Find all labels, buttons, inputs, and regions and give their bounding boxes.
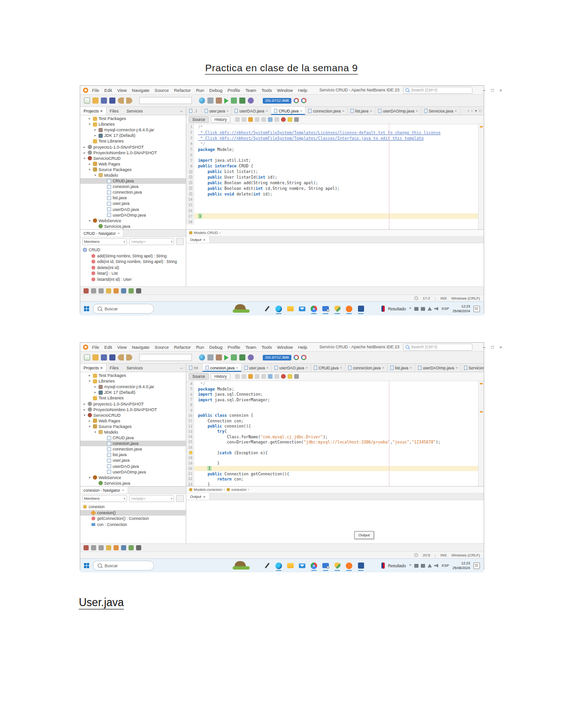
window-control-button[interactable]: × [499, 345, 502, 350]
redo-icon[interactable] [126, 98, 132, 104]
debug-project-icon[interactable] [239, 98, 245, 104]
tray-battery-icon[interactable] [414, 564, 418, 568]
editor-tab[interactable]: CRUD.java× [271, 107, 305, 115]
expand-arrow-icon[interactable]: ▸ [88, 419, 91, 423]
tree-item[interactable]: Servicios.java [80, 224, 186, 229]
editor-tab[interactable]: connection.java× [305, 107, 348, 115]
code-editor[interactable]: 4 */ 5 package Modelo; 6 import java.sql… [186, 381, 484, 486]
navigator-item[interactable]: conexion() [80, 510, 186, 516]
code-editor[interactable]: 1 /* 2 * Click nbfs://nbhost/SystemFileS… [186, 124, 484, 229]
edge-icon[interactable] [274, 560, 284, 571]
editor-tab[interactable]: list.java× [388, 364, 415, 372]
navigator-item[interactable]: con : Connection [80, 522, 186, 528]
expand-arrow-icon[interactable]: ▾ [88, 476, 91, 480]
tree-item[interactable]: ▾ ServicioCRUD [80, 156, 186, 161]
tree-item[interactable]: ▸ mysql-connector-j-8.4.0.jar [80, 384, 186, 390]
source-view-button[interactable]: Source [189, 116, 209, 123]
close-tab-icon[interactable]: × [227, 109, 229, 113]
clean-build-icon[interactable] [216, 98, 222, 104]
close-tab-icon[interactable]: × [300, 109, 302, 113]
editor-tab[interactable]: user.java× [242, 364, 272, 372]
explorer-tab[interactable]: Files [107, 107, 123, 115]
xampp-icon[interactable] [344, 303, 354, 315]
build-project-icon[interactable] [207, 354, 213, 360]
close-tab-icon[interactable]: × [236, 366, 238, 370]
tray-wifi-icon[interactable] [427, 564, 432, 568]
undo-icon[interactable] [118, 354, 124, 360]
edge-icon[interactable] [274, 303, 284, 315]
tree-item[interactable]: user.java [80, 201, 186, 206]
explorer-tab[interactable]: Services [123, 107, 148, 115]
save-all-icon[interactable] [101, 98, 107, 104]
deploy-icon[interactable] [199, 98, 205, 104]
editor-tab[interactable]: userDAO.java× [232, 107, 271, 115]
tray-monitor-icon[interactable] [421, 307, 425, 311]
sort-icon[interactable] [176, 238, 184, 245]
expand-arrow-icon[interactable]: ▾ [83, 157, 86, 160]
close-tab-icon[interactable]: × [410, 366, 412, 370]
members-combobox[interactable]: Members▾ [82, 495, 127, 502]
start-button[interactable] [84, 306, 89, 311]
tree-item[interactable]: ▸ Test Packages [80, 373, 186, 378]
menu-item[interactable]: Navigate [132, 88, 150, 93]
expand-arrow-icon[interactable]: ▸ [88, 374, 91, 377]
forward-icon[interactable] [248, 374, 253, 379]
navigator-item[interactable]: CRUD [80, 247, 186, 253]
tree-item[interactable]: ▸ proyecto1-1.0-SNAPSHOT [80, 401, 186, 406]
record-macro-icon[interactable] [281, 374, 286, 379]
tree-item[interactable]: ▸ JDK 17 (Default) [80, 390, 186, 395]
tree-item[interactable]: ▸ proyecto1-1.0-SNAPSHOT [80, 144, 186, 150]
explorer-tab[interactable]: Projects× [80, 364, 107, 372]
back-icon[interactable] [242, 374, 246, 379]
editor-tab[interactable]: userDAOImp.java× [375, 107, 421, 115]
save-as-icon[interactable] [109, 98, 115, 104]
editor-scrollbar[interactable] [478, 381, 484, 486]
expand-arrow-icon[interactable]: ▸ [83, 408, 86, 412]
close-tab-icon[interactable]: × [203, 238, 205, 242]
expand-arrow-icon[interactable]: ▸ [93, 390, 97, 394]
error-stripe-mark[interactable] [480, 411, 483, 413]
memory-indicator[interactable]: 201.0/712.3MB [263, 355, 291, 360]
close-tab-icon[interactable]: × [455, 109, 457, 113]
taskbar-search-input[interactable]: Buscar [93, 304, 154, 314]
notification-center-icon[interactable] [473, 563, 480, 569]
editor-tab[interactable]: user.java× [202, 107, 232, 115]
error-stripe-mark[interactable] [480, 383, 483, 384]
breadcrumb[interactable]: Modelo.CRUD› [189, 231, 221, 235]
expand-arrow-icon[interactable]: ▾ [88, 122, 91, 126]
xampp-icon[interactable] [344, 560, 354, 571]
tree-item[interactable]: ▾ Libraries [80, 378, 186, 384]
editor-tab[interactable]: CRUD.java× [311, 364, 345, 372]
menu-item[interactable]: Source [155, 345, 169, 350]
tree-item[interactable]: userDAO.java [80, 464, 186, 469]
tray-monitor-icon[interactable] [421, 564, 425, 568]
output-tab[interactable]: Output× [186, 493, 210, 500]
navigator-item[interactable]: listar() : List [80, 270, 186, 277]
tree-item[interactable]: CRUD.java [80, 178, 186, 184]
versioning-icon[interactable] [121, 288, 126, 293]
debug-project-icon[interactable] [239, 354, 245, 360]
tree-item[interactable]: ▸ JDK 17 (Default) [80, 133, 186, 138]
word-icon[interactable] [356, 303, 366, 315]
navigator-tab[interactable]: conexion - Navigator× [80, 487, 128, 494]
profile-project-icon[interactable] [248, 98, 254, 104]
comment-icon[interactable] [294, 374, 299, 379]
configuration-combobox[interactable] [139, 354, 192, 361]
notifications-icon[interactable] [84, 545, 89, 550]
taskbar-search-input[interactable]: Buscar [93, 561, 154, 570]
file-explorer-icon[interactable] [285, 303, 296, 315]
editor-hints-icon[interactable] [114, 545, 119, 550]
tab-scroll-control[interactable]: ‹ [468, 109, 469, 113]
profile-project-icon[interactable] [248, 354, 254, 360]
toggle-bookmark-icon[interactable] [288, 117, 292, 122]
tree-item[interactable]: conexion.java [80, 184, 186, 189]
menu-item[interactable]: Navigate [132, 345, 150, 350]
defender-shield-icon[interactable] [332, 560, 342, 571]
gc-icon[interactable] [294, 98, 299, 103]
expand-arrow-icon[interactable]: ▾ [88, 379, 91, 383]
breadcrumb[interactable]: Modelo.conexion› [189, 488, 225, 492]
menu-item[interactable]: Run [196, 88, 204, 93]
configuration-combobox[interactable] [139, 97, 192, 104]
tab-scroll-control[interactable]: □ [479, 109, 481, 113]
toggle-highlight-icon[interactable] [268, 117, 273, 122]
